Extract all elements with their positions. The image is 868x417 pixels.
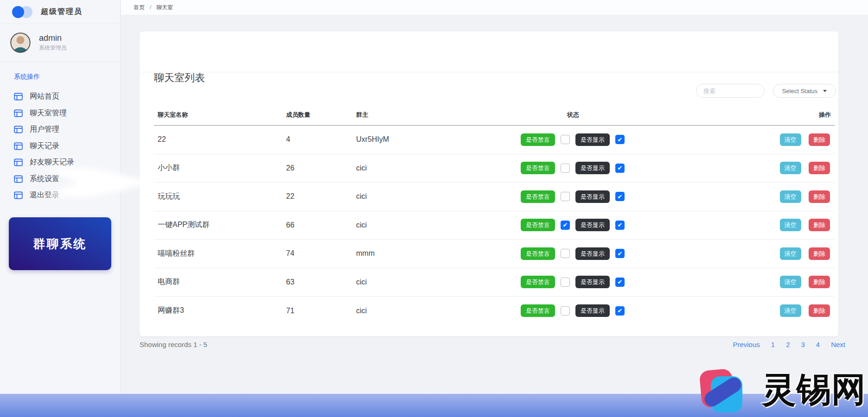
breadcrumb-item-home[interactable]: 首页 [134, 4, 145, 12]
mute-checkbox[interactable] [561, 249, 570, 258]
layout-window-icon [14, 142, 23, 151]
mute-checkbox[interactable] [561, 306, 570, 316]
mute-checkbox[interactable] [561, 278, 570, 287]
sidebar-nav-item[interactable]: 退出登录 [0, 187, 120, 204]
show-checkbox[interactable]: ✔ [615, 306, 625, 316]
table-row: 网赚群3 71 cici 是否禁言 是否显示 ✔ 清空 删除 [154, 297, 835, 325]
show-checkbox[interactable]: ✔ [615, 249, 625, 258]
table-body: 22 4 Uxr5HIyM 是否禁言 是否显示 ✔ 清空 删除 小小群 26 c… [154, 126, 835, 325]
app-role-title: 超级管理员 [41, 7, 83, 17]
sidebar-nav-item[interactable]: 系统设置 [0, 171, 120, 188]
table-row: 小小群 26 cici 是否禁言 是否显示 ✔ 清空 删除 [154, 154, 835, 183]
show-checkbox[interactable]: ✔ [615, 192, 625, 201]
watermark-logo: 灵锡网 [692, 364, 866, 416]
cell-actions: 清空 删除 [716, 183, 835, 211]
status-select-value: Select Status [782, 88, 818, 95]
cell-status: 是否禁言 是否显示 ✔ [517, 126, 716, 154]
cell-room-name: 22 [154, 126, 282, 154]
status-select[interactable]: Select Status [773, 84, 836, 98]
cell-status: 是否禁言 是否显示 ✔ [517, 297, 716, 325]
pagination-item[interactable]: 3 [801, 341, 804, 348]
mute-toggle-button[interactable]: 是否禁言 [521, 304, 555, 317]
show-toggle-button[interactable]: 是否显示 [575, 304, 610, 317]
mute-checkbox[interactable] [561, 192, 570, 201]
show-checkbox[interactable]: ✔ [615, 221, 625, 230]
mute-toggle-button[interactable]: 是否禁言 [521, 162, 555, 174]
sidebar-nav-item[interactable]: 好友聊天记录 [0, 154, 120, 171]
sidebar-nav-item[interactable]: 聊天室管理 [0, 105, 120, 122]
mute-toggle-button[interactable]: 是否禁言 [521, 190, 555, 203]
delete-button[interactable]: 删除 [809, 247, 830, 260]
search-input[interactable] [696, 84, 765, 98]
table-row: 22 4 Uxr5HIyM 是否禁言 是否显示 ✔ 清空 删除 [154, 126, 835, 154]
delete-button[interactable]: 删除 [809, 219, 830, 231]
cell-actions: 清空 删除 [716, 268, 835, 297]
show-toggle-button[interactable]: 是否显示 [575, 247, 610, 260]
sidebar-nav: 系统操作 网站首页 聊天室管理 用户管理 聊天记录 [0, 62, 120, 204]
cell-owner: cici [352, 154, 517, 183]
user-panel: admin 系统管理员 [0, 24, 120, 62]
cell-members: 26 [282, 154, 352, 183]
watermark-chat-icon [692, 364, 762, 416]
clear-button[interactable]: 清空 [780, 276, 801, 288]
breadcrumb-item-chatroom[interactable]: 聊天室 [156, 4, 173, 12]
clear-button[interactable]: 清空 [780, 304, 801, 317]
cell-members: 63 [282, 268, 352, 297]
show-toggle-button[interactable]: 是否显示 [575, 219, 610, 231]
mute-checkbox[interactable] [561, 135, 570, 144]
header-status: 状态 [517, 108, 716, 126]
mute-toggle-button[interactable]: 是否禁言 [521, 133, 555, 146]
table-row: 电商群 63 cici 是否禁言 是否显示 ✔ 清空 删除 [154, 268, 835, 297]
show-checkbox[interactable]: ✔ [615, 278, 625, 287]
show-toggle-button[interactable]: 是否显示 [575, 162, 610, 174]
mute-checkbox[interactable]: ✔ [561, 221, 570, 230]
sidebar-nav-item[interactable]: 用户管理 [0, 121, 120, 138]
chatroom-list-card: 聊天室列表 Select Status 聊天室名称 成员数量 群主 状态 操作 … [140, 32, 838, 336]
sidebar-nav-item[interactable]: 网站首页 [0, 88, 120, 105]
clear-button[interactable]: 清空 [780, 190, 801, 203]
mute-toggle-button[interactable]: 是否禁言 [521, 247, 555, 260]
sidebar-nav-item[interactable]: 聊天记录 [0, 138, 120, 155]
delete-button[interactable]: 删除 [809, 190, 830, 203]
system-banner-label: 群聊系统 [33, 236, 87, 252]
show-toggle-button[interactable]: 是否显示 [575, 133, 610, 146]
mute-toggle-button[interactable]: 是否禁言 [521, 219, 555, 231]
pagination: Previous1234Next [733, 341, 845, 348]
cell-room-name: 喵喵粉丝群 [154, 240, 282, 268]
clear-button[interactable]: 清空 [780, 219, 801, 231]
system-banner: 群聊系统 [9, 217, 111, 270]
app-header: 超级管理员 [0, 0, 120, 24]
clear-button[interactable]: 清空 [780, 247, 801, 260]
show-checkbox[interactable]: ✔ [615, 135, 625, 144]
pagination-item[interactable]: 4 [816, 341, 820, 348]
pagination-item[interactable]: 2 [786, 341, 790, 348]
delete-button[interactable]: 删除 [809, 276, 830, 288]
cell-owner: Uxr5HIyM [352, 126, 517, 154]
mute-toggle-button[interactable]: 是否禁言 [521, 276, 555, 288]
delete-button[interactable]: 删除 [809, 133, 830, 146]
show-toggle-button[interactable]: 是否显示 [575, 276, 610, 288]
show-toggle-button[interactable]: 是否显示 [575, 190, 610, 203]
cell-status: 是否禁言 是否显示 ✔ [517, 154, 716, 183]
user-name: admin [39, 33, 67, 43]
pagination-item[interactable]: Previous [733, 341, 760, 348]
pagination-item[interactable]: 1 [771, 341, 775, 348]
chevron-down-icon [823, 90, 827, 92]
cell-owner: cici [352, 268, 517, 297]
chatroom-table: 聊天室名称 成员数量 群主 状态 操作 22 4 Uxr5HIyM 是否禁言 是… [154, 108, 835, 325]
page-title: 聊天室列表 [154, 71, 205, 85]
layout-window-icon [14, 175, 23, 183]
cell-room-name: 一键APP测试群 [154, 211, 282, 240]
show-checkbox[interactable]: ✔ [615, 164, 625, 173]
layout-window-icon [14, 92, 23, 101]
pagination-item[interactable]: Next [831, 341, 845, 348]
clear-button[interactable]: 清空 [780, 162, 801, 174]
delete-button[interactable]: 删除 [809, 162, 830, 174]
clear-button[interactable]: 清空 [780, 133, 801, 146]
mute-checkbox[interactable] [561, 164, 570, 173]
delete-button[interactable]: 删除 [809, 304, 830, 317]
cell-room-name: 电商群 [154, 268, 282, 297]
cell-members: 22 [282, 183, 352, 211]
cell-status: 是否禁言 是否显示 ✔ [517, 240, 716, 268]
cell-actions: 清空 删除 [716, 126, 835, 154]
